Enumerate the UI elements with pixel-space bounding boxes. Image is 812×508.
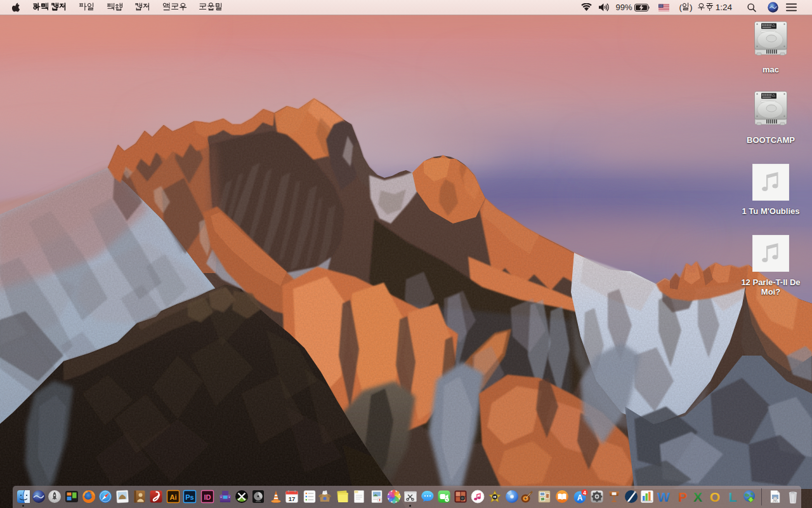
svg-text:Ai: Ai bbox=[170, 493, 177, 501]
svg-text:Ps: Ps bbox=[185, 493, 193, 501]
svg-text:O: O bbox=[710, 490, 720, 504]
svg-text:JPEG: JPEG bbox=[772, 500, 778, 503]
svg-text:W: W bbox=[657, 490, 670, 504]
svg-text:A: A bbox=[577, 493, 583, 502]
svg-text:P: P bbox=[678, 490, 687, 504]
svg-text:4: 4 bbox=[583, 490, 586, 496]
svg-text:ID: ID bbox=[204, 493, 211, 501]
svg-text:X: X bbox=[693, 490, 702, 504]
svg-text:L: L bbox=[729, 490, 737, 504]
svg-text:17: 17 bbox=[289, 495, 296, 502]
